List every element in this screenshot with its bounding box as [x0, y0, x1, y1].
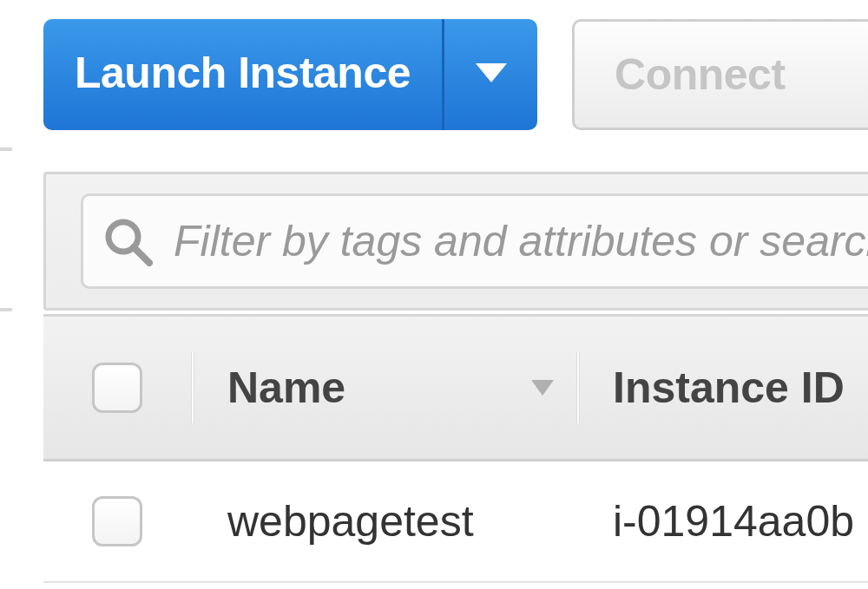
table-row[interactable]	[43, 583, 868, 589]
column-header-name[interactable]: Name	[194, 363, 576, 413]
table-header: Name Instance ID	[43, 314, 868, 461]
svg-marker-0	[476, 63, 507, 82]
cell-name: webpagetest	[194, 496, 474, 546]
search-box[interactable]	[81, 193, 868, 289]
launch-instance-button[interactable]: Launch Instance	[43, 19, 537, 130]
svg-marker-3	[531, 380, 554, 396]
search-input[interactable]	[174, 216, 868, 266]
table-row[interactable]: webpagetest i-01914aa0b	[43, 461, 868, 583]
search-icon	[102, 216, 153, 266]
caret-down-icon	[476, 63, 507, 86]
action-toolbar: Launch Instance Connect	[43, 19, 868, 130]
sort-caret-icon	[531, 380, 554, 396]
connect-button: Connect	[572, 19, 868, 130]
column-header-instance-id[interactable]: Instance ID	[580, 363, 868, 413]
svg-line-2	[134, 247, 149, 263]
launch-instance-dropdown-toggle[interactable]	[442, 19, 537, 130]
filter-bar	[43, 172, 868, 311]
row-checkbox[interactable]	[92, 496, 142, 546]
cell-instance-id: i-01914aa0b	[580, 496, 854, 546]
instances-table: Name Instance ID webpagetest i-01914aa0b	[43, 314, 868, 589]
left-panel-edge	[0, 0, 21, 589]
launch-instance-label: Launch Instance	[43, 19, 442, 130]
select-all-checkbox[interactable]	[92, 363, 142, 413]
